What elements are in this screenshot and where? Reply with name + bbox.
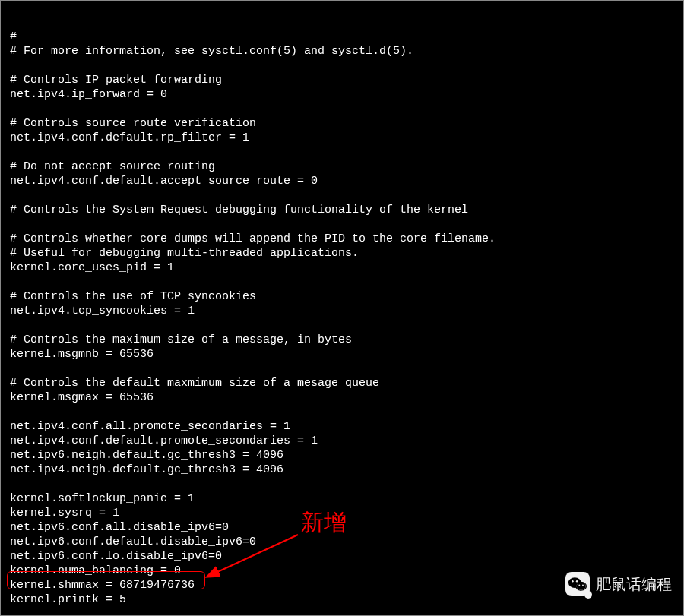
terminal-line[interactable]: net.ipv4.tcp_syncookies = 1 [10,304,683,318]
terminal-line[interactable]: net.ipv4.ip_forward = 0 [10,87,683,102]
terminal-line[interactable] [10,217,683,232]
terminal-line[interactable]: # Controls whether core dumps will appen… [10,232,683,246]
terminal-line[interactable] [10,145,683,160]
terminal-line[interactable]: kernel.shmmax = 68719476736 [10,578,683,592]
terminal-line[interactable]: kernel.numa_balancing = 0 [10,564,683,578]
terminal-line[interactable]: # Controls the default maxmimum size of … [10,376,683,390]
terminal-line[interactable]: kernel.core_uses_pid = 1 [10,261,683,275]
terminal-line[interactable]: net.ipv4.conf.all.promote_secondaries = … [10,419,683,434]
terminal-line[interactable]: net.ipv4.neigh.default.gc_thresh3 = 4096 [10,463,683,477]
terminal-line[interactable]: net.ipv6.neigh.default.gc_thresh3 = 4096 [10,448,683,463]
terminal-line[interactable]: # For more information, see sysctl.conf(… [10,44,683,58]
terminal-line[interactable]: net.ipv6.conf.lo.disable_ipv6=0 [10,549,683,564]
terminal-line[interactable] [10,275,683,289]
terminal-line[interactable]: # Controls the use of TCP syncookies [10,289,683,304]
terminal-line[interactable]: # Controls source route verification [10,116,683,131]
terminal-line[interactable]: kernel.msgmax = 65536 [10,390,683,405]
terminal-line[interactable]: # Controls the maximum size of a message… [10,333,683,347]
terminal-line[interactable] [10,477,683,491]
terminal-line[interactable] [10,318,683,333]
terminal-line[interactable]: kernel.printk = 5 [10,592,683,607]
terminal-line[interactable]: net.ipv6.conf.all.disable_ipv6=0 [10,520,683,535]
terminal-line[interactable] [10,362,683,376]
terminal-line[interactable]: net.ipv4.conf.default.accept_source_rout… [10,174,683,188]
terminal-line[interactable]: kernel.sysrq = 1 [10,506,683,520]
terminal-window[interactable]: ## For more information, see sysctl.conf… [0,0,684,616]
terminal-line[interactable]: # [10,30,683,44]
terminal-line[interactable]: net.ipv6.conf.default.disable_ipv6=0 [10,535,683,549]
terminal-line[interactable]: # Useful for debugging multi-threaded ap… [10,246,683,261]
file-content[interactable]: ## For more information, see sysctl.conf… [10,30,683,607]
terminal-line[interactable]: net.ipv4.conf.default.rp_filter = 1 [10,131,683,145]
terminal-line[interactable]: net.ipv4.conf.default.promote_secondarie… [10,434,683,448]
terminal-line[interactable] [10,102,683,116]
terminal-line[interactable] [10,58,683,73]
terminal-line[interactable]: kernel.msgmnb = 65536 [10,347,683,362]
terminal-line[interactable]: # Controls IP packet forwarding [10,73,683,87]
terminal-line[interactable]: # Controls the System Request debugging … [10,203,683,217]
terminal-line[interactable] [10,405,683,419]
terminal-line[interactable]: kernel.softlockup_panic = 1 [10,491,683,506]
terminal-line[interactable]: # Do not accept source routing [10,160,683,174]
terminal-line[interactable] [10,188,683,203]
